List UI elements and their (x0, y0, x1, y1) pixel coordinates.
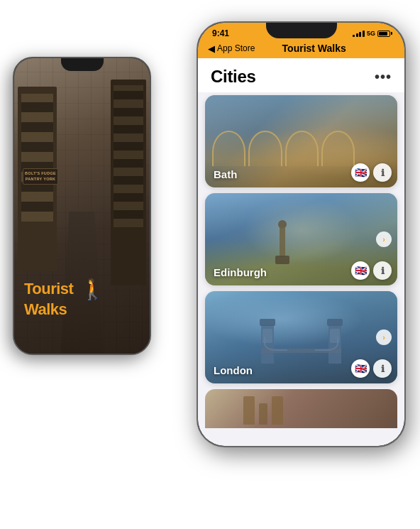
status-icons: 5G (353, 30, 390, 37)
london-chevron[interactable]: › (376, 329, 392, 345)
scene: BOLT'S FUDGE PANTRY YORK Tourist 🚶 Walks… (0, 0, 420, 529)
info-button-london[interactable]: ℹ (373, 359, 392, 378)
sign-text: BOLT'S FUDGE PANTRY YORK (25, 171, 56, 182)
edinburgh-monument (272, 214, 292, 264)
page-title: Cities (211, 67, 256, 87)
battery-fill (379, 32, 387, 36)
back-phone-screen: BOLT'S FUDGE PANTRY YORK Tourist 🚶 Walks (14, 58, 150, 354)
more-options-icon[interactable]: ••• (375, 69, 392, 85)
city-name-london: London (214, 364, 253, 376)
power-button (404, 94, 406, 129)
york-image (205, 389, 397, 428)
app-store-nav: ◀ App Store Tourist Walks (198, 41, 404, 58)
city-card-edinburgh[interactable]: › Edinburgh 🇬🇧 ℹ (205, 193, 397, 285)
shop-sign: BOLT'S FUDGE PANTRY YORK (23, 168, 58, 185)
uk-flag-edinburgh[interactable]: 🇬🇧 (351, 261, 370, 280)
volume-down-button (197, 140, 198, 168)
city-card-york-partial[interactable] (205, 389, 397, 428)
battery-icon (377, 31, 390, 37)
city-name-bath: Bath (214, 168, 237, 180)
building-right (111, 80, 146, 285)
status-time: 9:41 (212, 28, 229, 38)
tower-bridge (243, 317, 359, 364)
edinburgh-badge: 🇬🇧 ℹ (351, 261, 392, 280)
carrier-label: 5G (367, 30, 375, 37)
city-name-edinburgh: Edinburgh (214, 266, 267, 278)
signal-icon (353, 31, 365, 37)
city-card-london[interactable]: › London 🇬🇧 ℹ (205, 291, 397, 383)
york-towers (243, 396, 283, 425)
uk-flag-bath[interactable]: 🇬🇧 (351, 163, 370, 182)
uk-flag-london[interactable]: 🇬🇧 (351, 359, 370, 378)
bath-badge: 🇬🇧 ℹ (351, 163, 392, 182)
city-card-bath[interactable]: Bath 🇬🇧 ℹ (205, 95, 397, 187)
walker-icon: 🚶 (80, 279, 105, 301)
nav-title: Tourist Walks (255, 43, 373, 54)
back-logo: Tourist 🚶 Walks (24, 279, 140, 318)
app-store-label[interactable]: App Store (217, 43, 255, 53)
bath-arches (212, 127, 355, 166)
volume-up-button (197, 104, 198, 133)
back-arrow-icon[interactable]: ◀ (208, 43, 215, 54)
logo-text: Tourist 🚶 Walks (24, 279, 140, 318)
front-phone-screen: 9:41 5G ◀ App Store (198, 23, 404, 446)
mute-button (197, 80, 198, 97)
cities-list: Bath 🇬🇧 ℹ › (198, 92, 404, 446)
info-button-bath[interactable]: ℹ (373, 163, 392, 182)
phone-front: 9:41 5G ◀ App Store (197, 21, 406, 447)
front-phone-notch (266, 23, 337, 38)
back-phone-notch (61, 58, 104, 71)
page-header: Cities ••• (198, 58, 404, 92)
edinburgh-chevron[interactable]: › (376, 231, 392, 247)
phone-back: BOLT'S FUDGE PANTRY YORK Tourist 🚶 Walks (13, 57, 151, 355)
info-button-edinburgh[interactable]: ℹ (373, 261, 392, 280)
london-badge: 🇬🇧 ℹ (351, 359, 392, 378)
